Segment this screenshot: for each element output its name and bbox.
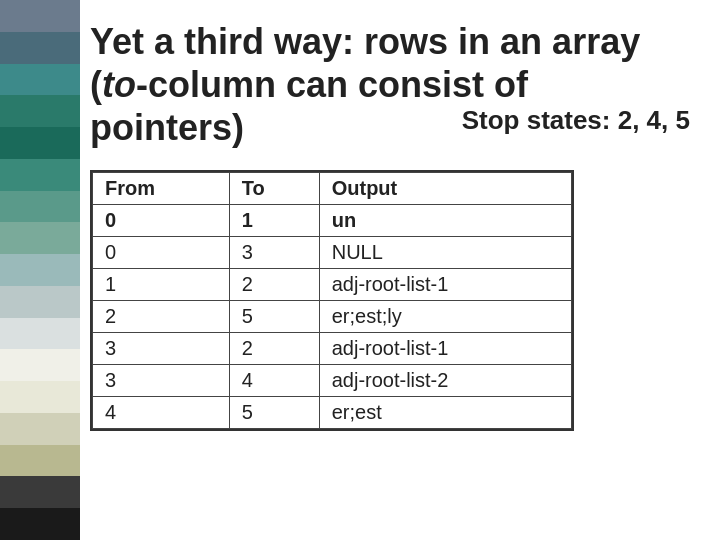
sidebar-strip-10	[0, 286, 80, 318]
table-cell-4-2: adj-root-list-1	[319, 332, 571, 364]
title-line1: Yet a third way: rows in an array	[90, 21, 640, 62]
table-row: 01un	[93, 204, 572, 236]
title-line2-suffix: -column can consist of	[136, 64, 528, 105]
stop-states-label: Stop states: 2, 4, 5	[462, 105, 690, 136]
table-cell-1-1: 3	[229, 236, 319, 268]
table-cell-6-0: 4	[93, 396, 230, 428]
table-cell-2-2: adj-root-list-1	[319, 268, 571, 300]
table-cell-2-0: 1	[93, 268, 230, 300]
sidebar-strip-3	[0, 64, 80, 96]
sidebar-strip-6	[0, 159, 80, 191]
sidebar-strip-14	[0, 413, 80, 445]
table-row: 03NULL	[93, 236, 572, 268]
table-cell-4-1: 2	[229, 332, 319, 364]
sidebar-strip-9	[0, 254, 80, 286]
main-content: Yet a third way: rows in an array (to-co…	[80, 0, 720, 540]
sidebar-strip-12	[0, 349, 80, 381]
data-table-container: From To Output 01un03NULL12adj-root-list…	[90, 170, 574, 431]
table-cell-5-0: 3	[93, 364, 230, 396]
sidebar-strip-5	[0, 127, 80, 159]
col-header-from: From	[93, 172, 230, 204]
sidebar-strip-8	[0, 222, 80, 254]
table-cell-0-2: un	[319, 204, 571, 236]
sidebar-strip-15	[0, 445, 80, 477]
table-cell-5-1: 4	[229, 364, 319, 396]
sidebar-strip-2	[0, 32, 80, 64]
table-row: 45er;est	[93, 396, 572, 428]
table-cell-5-2: adj-root-list-2	[319, 364, 571, 396]
sidebar-strip-7	[0, 191, 80, 223]
table-cell-4-0: 3	[93, 332, 230, 364]
table-cell-3-1: 5	[229, 300, 319, 332]
table-cell-0-0: 0	[93, 204, 230, 236]
sidebar	[0, 0, 80, 540]
table-row: 12adj-root-list-1	[93, 268, 572, 300]
sidebar-strip-13	[0, 381, 80, 413]
table-row: 34adj-root-list-2	[93, 364, 572, 396]
table-row: 25er;est;ly	[93, 300, 572, 332]
title-italic: to	[102, 64, 136, 105]
table-cell-0-1: 1	[229, 204, 319, 236]
table-cell-1-2: NULL	[319, 236, 571, 268]
sidebar-strip-16	[0, 476, 80, 508]
sidebar-strip-11	[0, 318, 80, 350]
sidebar-strip-17	[0, 508, 80, 540]
table-cell-3-2: er;est;ly	[319, 300, 571, 332]
col-header-to: To	[229, 172, 319, 204]
table-cell-6-1: 5	[229, 396, 319, 428]
sidebar-strip-4	[0, 95, 80, 127]
table-header-row: From To Output	[93, 172, 572, 204]
data-table: From To Output 01un03NULL12adj-root-list…	[92, 172, 572, 429]
title-line2: (to-column can consist of	[90, 64, 528, 105]
table-cell-6-2: er;est	[319, 396, 571, 428]
table-cell-2-1: 2	[229, 268, 319, 300]
col-header-output: Output	[319, 172, 571, 204]
sidebar-strip-1	[0, 0, 80, 32]
title-line3: pointers)	[90, 107, 244, 148]
table-cell-1-0: 0	[93, 236, 230, 268]
table-row: 32adj-root-list-1	[93, 332, 572, 364]
table-cell-3-0: 2	[93, 300, 230, 332]
